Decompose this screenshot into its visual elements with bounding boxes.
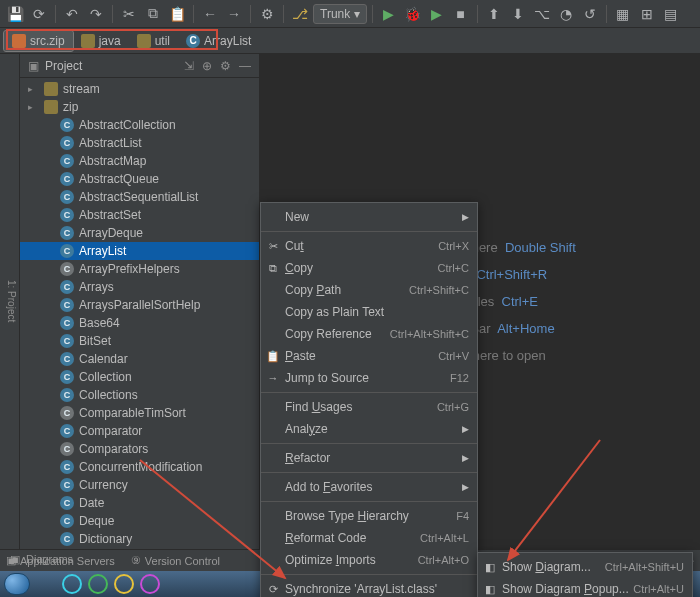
cut-icon[interactable]: ✂ [118,3,140,25]
hide-icon[interactable]: — [237,59,253,73]
vcs-icon[interactable]: ⌥ [531,3,553,25]
tree-item-zip[interactable]: zip [20,98,259,116]
menu-shortcut: Ctrl+Alt+Shift+U [605,561,684,573]
collapse-icon[interactable]: ⇲ [182,59,196,73]
branch-icon[interactable]: ⎇ [289,3,311,25]
tree-item-calendar[interactable]: CCalendar [20,350,259,368]
tree-item-abstractmap[interactable]: CAbstractMap [20,152,259,170]
project-tree[interactable]: streamzipCAbstractCollectionCAbstractLis… [20,78,259,549]
menu-item-jump-to-source[interactable]: →Jump to SourceF12 [261,367,477,389]
debug-icon[interactable]: 🐞 [402,3,424,25]
tree-item-deque[interactable]: CDeque [20,512,259,530]
locate-icon[interactable]: ⊕ [200,59,214,73]
menu-shortcut: Ctrl+Shift+C [409,284,469,296]
menu-item-show-diagram-popup[interactable]: ◧Show Diagram Popup...Ctrl+Alt+U [478,578,692,597]
tree-item-base64[interactable]: CBase64 [20,314,259,332]
stop-icon[interactable]: ■ [450,3,472,25]
menu-label: Browse Type Hierarchy [285,509,409,523]
menu-item-copy-path[interactable]: Copy PathCtrl+Shift+C [261,279,477,301]
redo-icon[interactable]: ↷ [85,3,107,25]
task-icon[interactable] [114,574,134,594]
menu-item-copy[interactable]: ⧉CopyCtrl+C [261,257,477,279]
tree-item-collections[interactable]: CCollections [20,386,259,404]
menu-item-copy-as-plain-text[interactable]: Copy as Plain Text [261,301,477,323]
left-tool-strip[interactable]: 1: Project [0,54,20,549]
menu-item-analyze[interactable]: Analyze▶ [261,418,477,440]
menu-item-show-diagram[interactable]: ◧Show Diagram...Ctrl+Alt+Shift+U [478,556,692,578]
tree-item-arraysparallelsorthelp[interactable]: CArraysParallelSortHelp [20,296,259,314]
menu-item-synchronize-arraylist-class[interactable]: ⟳Synchronize 'ArrayList.class' [261,578,477,597]
history-icon[interactable]: ◔ [555,3,577,25]
diagrams-status-icon: ▣ [10,553,20,566]
menu-shortcut: Ctrl+V [438,350,469,362]
task-icon[interactable] [88,574,108,594]
settings-icon[interactable]: ⚙ [256,3,278,25]
breadcrumb-label: ArrayList [204,34,251,48]
breadcrumb-java[interactable]: java [73,31,129,51]
copy-icon[interactable]: ⧉ [142,3,164,25]
tree-item-abstractqueue[interactable]: CAbstractQueue [20,170,259,188]
class-icon: C [186,34,200,48]
breadcrumb-src.zip[interactable]: src.zip [4,31,73,51]
tree-item-label: zip [63,100,78,114]
save-icon[interactable]: 💾 [4,3,26,25]
tree-item-arraylist[interactable]: CArrayList [20,242,259,260]
gear-icon[interactable]: ⚙ [218,59,233,73]
sync-icon[interactable]: ⟳ [28,3,50,25]
vcs-up-icon[interactable]: ⬆ [483,3,505,25]
menu-item-new[interactable]: New▶ [261,206,477,228]
start-button[interactable] [4,573,30,595]
revert-icon[interactable]: ↺ [579,3,601,25]
tree-item-label: stream [63,82,100,96]
run-icon[interactable]: ▶ [378,3,400,25]
menu-label: Copy Reference [285,327,372,341]
struct-icon[interactable]: ▦ [612,3,634,25]
tree-item-stream[interactable]: stream [20,80,259,98]
tree-item-concurrentmodification[interactable]: CConcurrentModification [20,458,259,476]
menu-item-copy-reference[interactable]: Copy ReferenceCtrl+Alt+Shift+C [261,323,477,345]
tree-item-arrayprefixhelpers[interactable]: CArrayPrefixHelpers [20,260,259,278]
menu-item-add-to-favorites[interactable]: Add to Favorites▶ [261,476,477,498]
task-icon[interactable] [62,574,82,594]
tree-item-currency[interactable]: CCurrency [20,476,259,494]
tree-item-comparabletimsort[interactable]: CComparableTimSort [20,404,259,422]
menu-item-reformat-code[interactable]: Reformat CodeCtrl+Alt+L [261,527,477,549]
tree-item-arrays[interactable]: CArrays [20,278,259,296]
tree-item-label: Comparators [79,442,148,456]
breadcrumb-arraylist[interactable]: CArrayList [178,31,259,51]
forward-icon[interactable]: → [223,3,245,25]
back-icon[interactable]: ← [199,3,221,25]
task-icon[interactable] [140,574,160,594]
tree-item-abstractset[interactable]: CAbstractSet [20,206,259,224]
menu-item-browse-type-hierarchy[interactable]: Browse Type HierarchyF4 [261,505,477,527]
menu-label: Cut [285,239,304,253]
tree-item-collection[interactable]: CCollection [20,368,259,386]
tool-icon[interactable]: ▤ [660,3,682,25]
menu-item-cut[interactable]: ✂CutCtrl+X [261,235,477,257]
vcs-down-icon[interactable]: ⬇ [507,3,529,25]
undo-icon[interactable]: ↶ [61,3,83,25]
menu-item-paste[interactable]: 📋PasteCtrl+V [261,345,477,367]
menu-item-find-usages[interactable]: Find UsagesCtrl+G [261,396,477,418]
tree-item-date[interactable]: CDate [20,494,259,512]
vcs-branch-combo[interactable]: Trunk ▾ [313,4,367,24]
tree-item-comparators[interactable]: CComparators [20,440,259,458]
menu-icon: ⟳ [266,583,280,596]
tree-item-comparator[interactable]: CComparator [20,422,259,440]
tree-item-abstractcollection[interactable]: CAbstractCollection [20,116,259,134]
layout-icon[interactable]: ⊞ [636,3,658,25]
paste-icon[interactable]: 📋 [166,3,188,25]
class-icon: C [60,262,74,276]
tree-item-abstractlist[interactable]: CAbstractList [20,134,259,152]
run2-icon[interactable]: ▶ [426,3,448,25]
tree-item-arraydeque[interactable]: CArrayDeque [20,224,259,242]
tree-item-bitset[interactable]: CBitSet [20,332,259,350]
menu-item-refactor[interactable]: Refactor▶ [261,447,477,469]
tree-item-label: Collection [79,370,132,384]
menu-item-optimize-imports[interactable]: Optimize ImportsCtrl+Alt+O [261,549,477,571]
version-control-tab[interactable]: ⑨ Version Control [131,554,220,567]
breadcrumb-util[interactable]: util [129,31,178,51]
class-icon: C [60,514,74,528]
tree-item-dictionary[interactable]: CDictionary [20,530,259,548]
tree-item-abstractsequentiallist[interactable]: CAbstractSequentialList [20,188,259,206]
